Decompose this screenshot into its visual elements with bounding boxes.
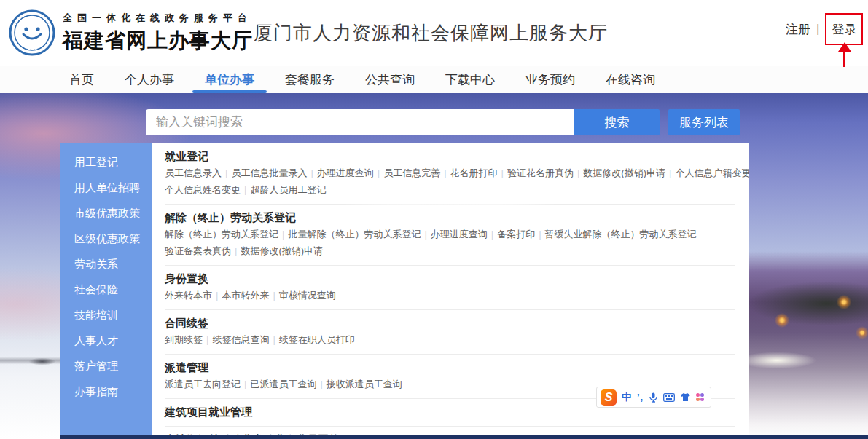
sogou-ime-toolbar: S 中 ’, <box>596 387 711 408</box>
sidebar-item[interactable]: 办事指南 <box>60 379 152 404</box>
link-separator: | <box>491 229 493 240</box>
sidebar-menu: 用工登记用人单位招聘市级优惠政策区级优惠政策劳动关系社会保险技能培训人事人才落户… <box>60 143 152 439</box>
section-title: 解除（终止）劳动关系登记 <box>165 210 735 225</box>
link-separator: | <box>225 167 227 178</box>
site-header: 全国一体化在线政务服务平台 福建省网上办事大厅 厦门市人力资源和社会保障网上服务… <box>0 0 868 66</box>
annotation-arrow-line <box>843 51 845 67</box>
nav-item-公共查询[interactable]: 公共查询 <box>365 66 415 93</box>
service-link[interactable]: 接收派遣员工查询 <box>327 379 402 389</box>
service-link[interactable]: 员工信息完善 <box>383 167 440 178</box>
service-link[interactable]: 暂缓失业解除（终止）劳动关系登记 <box>545 229 697 240</box>
login-link[interactable]: 登录 <box>832 21 856 38</box>
service-link[interactable]: 续签在职人员打印 <box>279 334 355 345</box>
sidebar-item[interactable]: 落户管理 <box>60 353 152 379</box>
tools-icon[interactable] <box>696 393 704 401</box>
service-link[interactable]: 解除（终止）劳动关系登记 <box>165 229 278 240</box>
service-link[interactable]: 验证花名册真伪 <box>507 167 574 178</box>
service-link[interactable]: 个人信息姓名变更 <box>165 184 241 195</box>
skin-icon[interactable] <box>680 392 691 402</box>
link-separator: | <box>378 167 380 178</box>
service-link[interactable]: 审核情况查询 <box>279 290 336 301</box>
service-link[interactable]: 数据修改(撤销)申请 <box>583 167 665 178</box>
link-separator: | <box>216 290 218 301</box>
service-link[interactable]: 批量解除（终止）劳动关系登记 <box>288 229 421 240</box>
service-link[interactable]: 外来转本市 <box>165 290 212 301</box>
sidebar-item[interactable]: 社会保险 <box>60 277 152 302</box>
nav-item-套餐服务[interactable]: 套餐服务 <box>285 66 335 93</box>
nav-item-业务预约[interactable]: 业务预约 <box>525 66 575 93</box>
section-title: 派遣管理 <box>165 360 735 375</box>
link-separator: | <box>320 379 322 389</box>
link-separator: | <box>501 167 504 178</box>
register-link[interactable]: 注册 <box>786 21 810 38</box>
sidebar-item[interactable]: 用人单位招聘 <box>60 175 152 200</box>
service-link[interactable]: 个人信息户籍变更 <box>675 167 749 178</box>
service-link[interactable]: 备案打印 <box>497 229 535 240</box>
service-link[interactable]: 续签信息查询 <box>212 334 269 345</box>
nav-item-在线咨询[interactable]: 在线咨询 <box>606 66 655 93</box>
background-bridge-silhouette <box>0 355 60 366</box>
nav-item-下载中心[interactable]: 下载中心 <box>445 66 495 93</box>
section-title: 就业登记 <box>165 149 735 164</box>
link-separator: | <box>444 167 446 178</box>
platform-label: 全国一体化在线政务服务平台 <box>63 12 253 25</box>
sidebar-item[interactable]: 劳动关系 <box>60 251 152 277</box>
sogou-logo-icon[interactable]: S <box>601 389 617 406</box>
nav-item-单位办事[interactable]: 单位办事 <box>205 66 254 93</box>
service-list-button[interactable]: 服务列表 <box>668 109 740 135</box>
punctuation-icon[interactable]: ’, <box>637 392 644 403</box>
login-highlight-box: 登录 <box>825 13 863 45</box>
sidebar-item[interactable]: 技能培训 <box>60 302 152 328</box>
service-link[interactable]: 验证备案表真伪 <box>165 245 231 256</box>
service-link[interactable]: 办理进度查询 <box>317 167 374 178</box>
service-links-row: 外来转本市|本市转外来|审核情况查询 <box>165 288 735 303</box>
service-link[interactable]: 派遣员工去向登记 <box>165 379 241 389</box>
sidebar-item[interactable]: 人事人才 <box>60 328 152 353</box>
link-separator: | <box>539 229 541 240</box>
portal-name: 福建省网上办事大厅 <box>63 27 253 55</box>
auth-separator: | <box>816 22 819 36</box>
service-links-row: 验证备案表真伪|数据修改(撤销)申请 <box>165 244 735 258</box>
service-links-row: 解除（终止）劳动关系登记|批量解除（终止）劳动关系登记|办理进度查询|备案打印|… <box>165 227 735 242</box>
sidebar-item[interactable]: 市级优惠政策 <box>60 200 152 226</box>
service-link[interactable]: 员工信息录入 <box>165 167 222 178</box>
section-title: 身份置换 <box>165 271 735 286</box>
link-separator: | <box>282 229 284 240</box>
section-title: 合同续签 <box>165 315 735 331</box>
chinese-mode-icon[interactable]: 中 <box>622 391 632 404</box>
sidebar-item[interactable]: 用工登记 <box>60 149 152 175</box>
service-link[interactable]: 员工信息批量录入 <box>231 167 307 178</box>
service-section: 身份置换外来转本市|本市转外来|审核情况查询 <box>165 265 735 309</box>
search-button[interactable]: 搜索 <box>574 109 660 135</box>
link-separator: | <box>273 334 275 345</box>
auth-links: 注册 | 登录 <box>786 13 863 45</box>
service-link[interactable]: 到期续签 <box>165 334 203 345</box>
nav-item-首页[interactable]: 首页 <box>69 66 94 93</box>
search-input[interactable] <box>146 109 574 135</box>
microphone-icon[interactable] <box>649 392 658 403</box>
link-separator: | <box>669 167 671 178</box>
service-section: 合同续签到期续签|续签信息查询|续签在职人员打印 <box>165 309 735 354</box>
fujian-portal-logo-icon <box>9 9 55 56</box>
service-links-row: 个人信息姓名变更|超龄人员用工登记 <box>165 183 735 197</box>
link-separator: | <box>310 167 313 178</box>
link-separator: | <box>235 245 237 256</box>
service-link[interactable]: 数据修改(撤销)申请 <box>241 245 323 256</box>
link-separator: | <box>206 334 208 345</box>
page: 全国一体化在线政务服务平台 福建省网上办事大厅 厦门市人力资源和社会保障网上服务… <box>0 0 868 439</box>
keyboard-icon[interactable] <box>663 393 675 402</box>
link-separator: | <box>244 379 246 389</box>
service-link[interactable]: 办理进度查询 <box>431 229 488 240</box>
nav-items: 首页个人办事单位办事套餐服务公共查询下载中心业务预约在线咨询 <box>0 66 868 93</box>
service-link[interactable]: 花名册打印 <box>450 167 498 178</box>
footer-bar <box>60 435 868 439</box>
service-link[interactable]: 已派遣员工查询 <box>250 379 316 389</box>
link-separator: | <box>244 184 246 195</box>
page-title: 厦门市人力资源和社会保障网上服务大厅 <box>254 20 608 46</box>
nav-item-个人办事[interactable]: 个人办事 <box>125 66 174 93</box>
link-separator: | <box>577 167 579 178</box>
link-separator: | <box>273 290 275 301</box>
service-link[interactable]: 本市转外来 <box>222 290 269 301</box>
sidebar-item[interactable]: 区级优惠政策 <box>60 226 152 251</box>
service-link[interactable]: 超龄人员用工登记 <box>250 184 326 195</box>
